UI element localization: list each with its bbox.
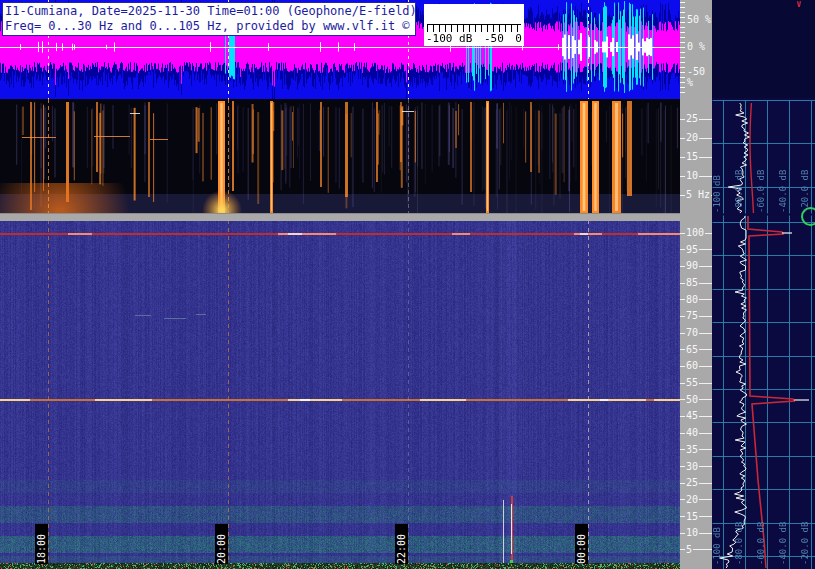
amplitude-tick-marks bbox=[680, 2, 685, 96]
frequency-label: 95 bbox=[685, 245, 699, 255]
tick-right bbox=[699, 499, 712, 500]
frequency-label: 65 bbox=[685, 345, 699, 355]
db-axis-label: -40.0 dB bbox=[778, 155, 789, 213]
time-axis-label: 20:00 bbox=[215, 524, 228, 564]
frequency-scale-row: 5 Hz bbox=[680, 190, 712, 200]
frequency-scale-row: 10 bbox=[680, 171, 712, 181]
frequency-scale-row: 100 bbox=[680, 228, 712, 238]
db-axis-label: -100 dB bbox=[712, 507, 723, 565]
amplitude-scale-label: -50 % bbox=[687, 66, 712, 88]
frequency-scale-row: 20 bbox=[680, 495, 712, 505]
frequency-label: 90 bbox=[685, 261, 699, 271]
frequency-label: 45 bbox=[685, 411, 699, 421]
frequency-label: 55 bbox=[685, 378, 699, 388]
frequency-scale-row: 30 bbox=[680, 462, 712, 472]
top-right-marker-icon: ∨ bbox=[796, 0, 802, 9]
frequency-label: 15 bbox=[685, 152, 699, 162]
amplitude-scale-label: 50 % bbox=[687, 14, 711, 25]
frequency-scale-row: 80 bbox=[680, 295, 712, 305]
frequency-label: 30 bbox=[685, 462, 699, 472]
tick-right bbox=[699, 366, 712, 367]
db-axis-label: -40.0 dB bbox=[778, 507, 789, 565]
frequency-label: 25 bbox=[685, 478, 699, 488]
tick-right bbox=[699, 449, 712, 450]
tick-right bbox=[699, 416, 712, 417]
tick-right bbox=[699, 516, 712, 517]
frequency-scale-row: 50 bbox=[680, 395, 712, 405]
tick-right bbox=[699, 316, 712, 317]
frequency-label: 80 bbox=[685, 295, 699, 305]
time-axis-label: 00:00 bbox=[575, 524, 588, 564]
frequency-scale-row: 20 bbox=[680, 133, 712, 143]
amplitude-scale-label: 0 % bbox=[687, 41, 705, 52]
tick-right bbox=[699, 533, 712, 534]
tick-right bbox=[699, 157, 712, 158]
frequency-scale-row: 90 bbox=[680, 261, 712, 271]
title-line-2: Freq= 0...30 Hz and 0...105 Hz, provided… bbox=[5, 19, 413, 34]
frequency-scale-row: 5 bbox=[680, 545, 712, 555]
db-color-legend: -100 dB -50 0 bbox=[424, 4, 524, 46]
db-axis-label: -60.0 dB bbox=[756, 155, 767, 213]
frequency-label: 10 bbox=[685, 528, 699, 538]
scale-column: 50 %0 %-50 %252015105 Hz1009590858075706… bbox=[680, 0, 712, 569]
frequency-scale-row: 75 bbox=[680, 311, 712, 321]
frequency-scale-row: 95 bbox=[680, 245, 712, 255]
frequency-scale-row: 15 bbox=[680, 152, 712, 162]
efield-spectrogram-canvas bbox=[0, 220, 680, 569]
time-axis-label: 18:00 bbox=[35, 524, 48, 564]
legend-label-max: 0 bbox=[515, 32, 522, 45]
tick-right bbox=[699, 433, 712, 434]
tick-right bbox=[699, 176, 712, 177]
panel-separator bbox=[0, 213, 680, 221]
tick-right bbox=[699, 399, 712, 400]
db-axis-label: -100 dB bbox=[712, 155, 723, 213]
frequency-scale-row: 35 bbox=[680, 445, 712, 455]
tick-right bbox=[699, 266, 712, 267]
frequency-label: 25 bbox=[685, 114, 699, 124]
frequency-scale-row: 85 bbox=[680, 278, 712, 288]
db-axis-label: -60.0 dB bbox=[756, 507, 767, 565]
frequency-label: 40 bbox=[685, 428, 699, 438]
frequency-label: 85 bbox=[685, 278, 699, 288]
frequency-scale-row: 55 bbox=[680, 378, 712, 388]
frequency-label: 100 bbox=[685, 228, 705, 238]
legend-labels: -100 dB -50 0 bbox=[426, 32, 522, 45]
legend-gradient-bar bbox=[427, 7, 521, 22]
tick-right bbox=[699, 138, 712, 139]
tick-right bbox=[699, 466, 712, 467]
tick-right bbox=[699, 483, 712, 484]
tick-right bbox=[699, 119, 712, 120]
frequency-label: 10 bbox=[685, 171, 699, 181]
frequency-scale-row: 15 bbox=[680, 512, 712, 522]
tick-right bbox=[699, 249, 712, 250]
tick-right bbox=[699, 299, 712, 300]
title-line-1: I1-Cumiana, Date=2025-11-30 Time=01:00 (… bbox=[5, 4, 413, 19]
spectrum-side-panel-canvas bbox=[712, 0, 815, 569]
db-axis-label: -20.0 dB bbox=[800, 155, 811, 213]
frequency-label: 5 bbox=[685, 545, 693, 555]
tick-right bbox=[705, 233, 712, 234]
db-axis-label: -20.0 dB bbox=[800, 507, 811, 565]
vlf-monitor-screenshot: I1-Cumiana, Date=2025-11-30 Time=01:00 (… bbox=[0, 0, 815, 569]
tick-right bbox=[699, 349, 712, 350]
time-axis-label: 22:00 bbox=[395, 524, 408, 564]
db-axis-label: -80.0 dB bbox=[734, 155, 745, 213]
frequency-label: 20 bbox=[685, 495, 699, 505]
legend-tick-marks bbox=[427, 24, 521, 32]
frequency-label: 15 bbox=[685, 512, 699, 522]
title-box: I1-Cumiana, Date=2025-11-30 Time=01:00 (… bbox=[2, 2, 416, 36]
frequency-scale-row: 70 bbox=[680, 328, 712, 338]
tick-right bbox=[699, 333, 712, 334]
db-axis-label: -80.0 dB bbox=[734, 507, 745, 565]
frequency-label: 50 bbox=[685, 395, 699, 405]
frequency-scale-row: 25 bbox=[680, 114, 712, 124]
frequency-label: 35 bbox=[685, 445, 699, 455]
frequency-label: 60 bbox=[685, 361, 699, 371]
frequency-scale-row: 60 bbox=[680, 361, 712, 371]
tick-right bbox=[699, 283, 712, 284]
frequency-label: 5 Hz bbox=[685, 190, 711, 200]
tick-right bbox=[699, 383, 712, 384]
frequency-scale-row: 25 bbox=[680, 478, 712, 488]
frequency-scale-row: 45 bbox=[680, 411, 712, 421]
frequency-scale-row: 10 bbox=[680, 528, 712, 538]
